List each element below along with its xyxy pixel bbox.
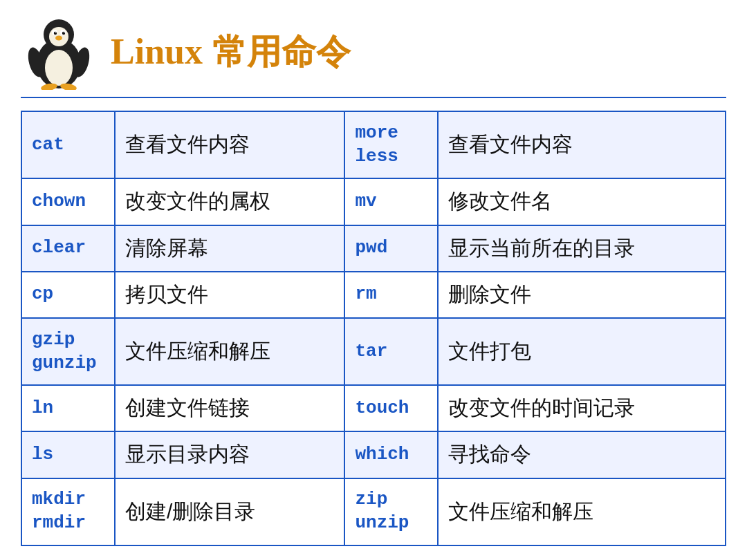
page: Linux 常用命令 cat 查看文件内容 more less 查看文件内容 c… [0, 0, 747, 560]
page-title: Linux 常用命令 [111, 29, 351, 75]
desc-cell: 文件打包 [438, 318, 726, 385]
desc-cell: 查看文件内容 [115, 111, 344, 178]
command-cell: rm [344, 272, 438, 318]
command-cell: clear [21, 225, 115, 272]
table-row: chown 改变文件的属权 mv 修改文件名 [21, 178, 726, 225]
table-row: ln 创建文件链接 touch 改变文件的时间记录 [21, 385, 726, 431]
desc-cell: 修改文件名 [438, 178, 726, 225]
table-row: cat 查看文件内容 more less 查看文件内容 [21, 111, 726, 178]
command-cell: cat [21, 111, 115, 178]
desc-cell: 改变文件的属权 [115, 178, 344, 225]
desc-cell: 创建文件链接 [115, 385, 344, 431]
svg-point-1 [45, 50, 73, 86]
tux-icon [21, 14, 97, 90]
command-cell: ls [21, 431, 115, 478]
svg-point-7 [62, 32, 65, 35]
table-row: cp 拷贝文件 rm 删除文件 [21, 272, 726, 318]
desc-cell: 查看文件内容 [438, 111, 726, 178]
table-row: clear 清除屏幕 pwd 显示当前所在的目录 [21, 225, 726, 272]
command-cell: mv [344, 178, 438, 225]
desc-cell: 寻找命令 [438, 431, 726, 478]
svg-point-10 [55, 36, 62, 41]
command-cell: pwd [344, 225, 438, 272]
command-cell: gzip gunzip [21, 318, 115, 385]
desc-cell: 显示当前所在的目录 [438, 225, 726, 272]
table-row: gzip gunzip 文件压缩和解压 tar 文件打包 [21, 318, 726, 385]
desc-cell: 清除屏幕 [115, 225, 344, 272]
command-cell: more less [344, 111, 438, 178]
svg-point-8 [55, 32, 57, 33]
desc-cell: 文件压缩和解压 [438, 478, 726, 545]
command-cell: touch [344, 385, 438, 431]
command-cell: cp [21, 272, 115, 318]
desc-cell: 拷贝文件 [115, 272, 344, 318]
svg-point-6 [54, 32, 57, 35]
command-cell: chown [21, 178, 115, 225]
command-cell: tar [344, 318, 438, 385]
desc-cell: 改变文件的时间记录 [438, 385, 726, 431]
command-cell: which [344, 431, 438, 478]
table-row: ls 显示目录内容 which 寻找命令 [21, 431, 726, 478]
command-cell: zip unzip [344, 478, 438, 545]
command-cell: ln [21, 385, 115, 431]
svg-point-9 [64, 32, 65, 33]
command-cell: mkdir rmdir [21, 478, 115, 545]
commands-table: cat 查看文件内容 more less 查看文件内容 chown 改变文件的属… [21, 111, 726, 546]
desc-cell: 显示目录内容 [115, 431, 344, 478]
desc-cell: 文件压缩和解压 [115, 318, 344, 385]
table-row: mkdir rmdir 创建/删除目录 zip unzip 文件压缩和解压 [21, 478, 726, 545]
header: Linux 常用命令 [21, 14, 726, 98]
desc-cell: 创建/删除目录 [115, 478, 344, 545]
desc-cell: 删除文件 [438, 272, 726, 318]
